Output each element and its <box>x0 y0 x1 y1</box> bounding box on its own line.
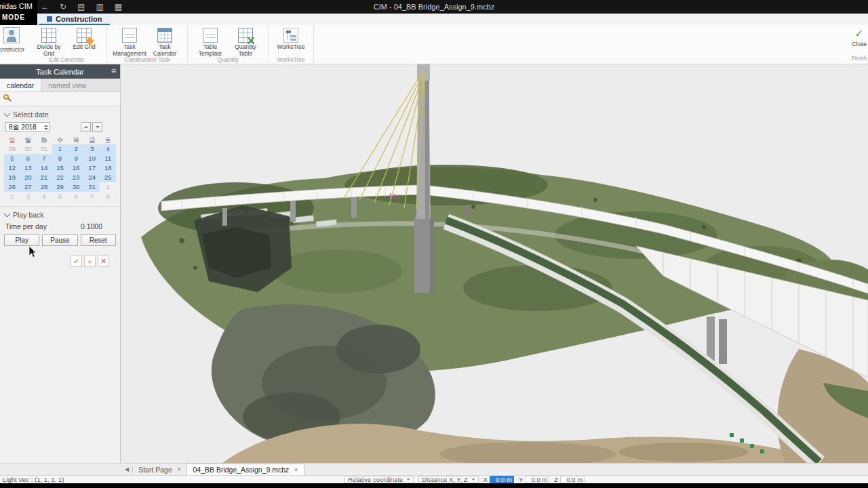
quantity-table-button[interactable]: Quantity Table <box>229 27 262 56</box>
button-label: Edit Grid <box>73 44 95 51</box>
scroll-left-icon[interactable]: ◀ <box>125 466 129 472</box>
time-per-day-value[interactable]: 0.1000 <box>81 222 102 230</box>
play-button[interactable]: Play <box>4 235 39 246</box>
prev-month-button[interactable] <box>81 122 91 132</box>
z-input[interactable]: 0.0 m <box>560 476 585 483</box>
coordinate-mode-dropdown[interactable]: Relative coordinate <box>344 476 414 483</box>
calendar-day[interactable]: 18 <box>100 163 116 173</box>
play-label: Play <box>15 237 28 244</box>
calendar-day[interactable]: 3 <box>20 192 37 201</box>
calendar-day[interactable]: 30 <box>20 144 37 154</box>
calendar-day[interactable]: 11 <box>100 154 116 163</box>
calendar-day[interactable]: 1 <box>100 182 116 192</box>
tab-construction[interactable]: Construction <box>39 14 110 25</box>
calendar-day[interactable]: 16 <box>68 163 84 173</box>
calendar-day[interactable]: 14 <box>36 163 52 173</box>
weekday-header: 목 <box>68 136 84 144</box>
calendar-day[interactable]: 31 <box>84 182 100 192</box>
next-month-button[interactable] <box>92 122 102 132</box>
calendar-day[interactable]: 7 <box>84 192 100 201</box>
select-date-section[interactable]: Select date <box>0 106 120 121</box>
calendar-day[interactable]: 5 <box>4 154 20 163</box>
y-coordinate: Y 0.0 m <box>519 476 549 483</box>
search-icon[interactable] <box>3 94 13 104</box>
tab-bridge-document[interactable]: 04_BB Bridge_Assign_9.mcbz ✕ <box>186 464 304 475</box>
status-bar: Light Vec : (1, 1, 1, 1) Relative coordi… <box>0 475 868 483</box>
table-template-button[interactable]: Table Template <box>193 27 227 56</box>
calendar-day[interactable]: 24 <box>84 173 100 182</box>
playback-section[interactable]: Play back <box>0 207 120 222</box>
tab-start-page[interactable]: Start Page ✕ <box>133 464 186 475</box>
calendar-day[interactable]: 7 <box>36 154 52 163</box>
y-input[interactable]: 0.0 m <box>525 476 549 483</box>
calendar-day[interactable]: 31 <box>36 144 52 154</box>
3d-bridge-model[interactable] <box>121 64 868 463</box>
button-label: Task Calendar <box>148 44 182 58</box>
calendar-day[interactable]: 3 <box>84 144 100 154</box>
calendar-day[interactable]: 8 <box>52 154 68 163</box>
calendar-day[interactable]: 22 <box>52 173 68 182</box>
calendar-day[interactable]: 12 <box>4 163 20 173</box>
delete-button[interactable]: ✕ <box>98 256 109 267</box>
distance-mode-value: Distance X, Y, Z <box>422 476 467 483</box>
calendar-day[interactable]: 26 <box>4 182 20 192</box>
3d-viewport[interactable] <box>121 64 868 463</box>
calendar-day[interactable]: 5 <box>52 192 68 201</box>
calendar-day[interactable]: 29 <box>4 144 20 154</box>
confirm-button[interactable]: ✓ <box>71 256 82 267</box>
spinner-up-icon <box>44 125 48 127</box>
tab-calendar[interactable]: calendar <box>0 79 41 92</box>
distance-mode-dropdown[interactable]: Distance X, Y, Z <box>418 476 478 483</box>
reset-button[interactable]: Reset <box>81 235 116 246</box>
calendar-day[interactable]: 29 <box>52 182 68 192</box>
add-button[interactable]: + <box>84 256 96 267</box>
group-label-construction-task: Construction Task <box>107 56 187 63</box>
tab-construction-label: Construction <box>56 15 102 23</box>
calendar-day[interactable]: 28 <box>36 182 52 192</box>
calendar-day[interactable]: 4 <box>100 144 116 154</box>
calendar-day[interactable]: 19 <box>4 173 20 182</box>
calendar-day[interactable]: 25 <box>100 173 116 182</box>
calendar-day[interactable]: 2 <box>4 192 20 201</box>
button-label: Quantity Table <box>229 44 262 58</box>
tab-named-view[interactable]: named view <box>41 79 93 92</box>
ribbon: Constructor Divide by Grid Edit Grid Edi… <box>0 25 868 64</box>
x-input[interactable]: 0.0 m <box>490 476 514 483</box>
z-coordinate: Z 0.0 m <box>554 476 585 483</box>
ribbon-group-quantity: Table Template Quantity Table Quantity <box>188 25 269 64</box>
constructor-button[interactable]: Constructor <box>0 27 25 62</box>
close-label: Close <box>852 41 867 47</box>
close-tab-icon[interactable]: ✕ <box>294 467 298 473</box>
calendar-day[interactable]: 23 <box>68 173 84 182</box>
calendar-day[interactable]: 8 <box>100 192 116 201</box>
calendar-day[interactable]: 13 <box>20 163 37 173</box>
calendar-day[interactable]: 6 <box>20 154 37 163</box>
close-tab-icon[interactable]: ✕ <box>177 466 182 472</box>
calendar-day[interactable]: 15 <box>52 163 68 173</box>
workstree-button[interactable]: WorksTree <box>274 27 308 56</box>
calendar-day[interactable]: 6 <box>68 192 84 201</box>
task-management-button[interactable]: Task Management <box>113 27 146 56</box>
up-arrow-icon <box>84 126 88 128</box>
calendar-day[interactable]: 10 <box>84 154 100 163</box>
month-input[interactable]: 8월 2018 <box>5 122 50 132</box>
month-spinner[interactable] <box>44 125 50 130</box>
app-logo-block: midas CIM MODE <box>0 0 37 25</box>
calendar-day[interactable]: 20 <box>20 173 37 182</box>
edit-grid-button[interactable]: Edit Grid <box>67 27 101 56</box>
calendar-day[interactable]: 17 <box>84 163 100 173</box>
calendar-day[interactable]: 4 <box>36 192 52 201</box>
panel-menu-icon[interactable]: ≡ <box>111 64 116 79</box>
divide-by-grid-button[interactable]: Divide by Grid <box>32 27 66 56</box>
calendar-day[interactable]: 21 <box>36 173 52 182</box>
calendar-day[interactable]: 30 <box>68 182 84 192</box>
calendar-day[interactable]: 1 <box>52 144 68 154</box>
reset-label: Reset <box>90 237 107 244</box>
calendar-day[interactable]: 9 <box>68 154 84 163</box>
calendar-day[interactable]: 2 <box>68 144 84 154</box>
close-button[interactable]: ✓ Close Finish <box>841 27 868 62</box>
time-per-day-row: Time per day 0.1000 <box>0 222 120 232</box>
pause-button[interactable]: Pause <box>42 235 77 246</box>
calendar-day[interactable]: 27 <box>20 182 37 192</box>
task-calendar-button[interactable]: Task Calendar <box>148 27 182 56</box>
